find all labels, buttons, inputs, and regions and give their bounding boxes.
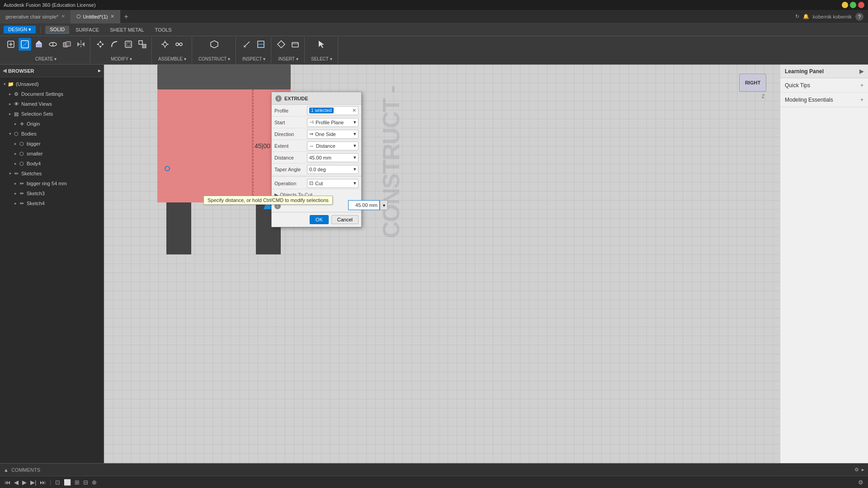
assemble-group-button[interactable]: ASSEMBLE ▾ <box>156 56 189 62</box>
operation-dropdown[interactable]: ⊡ Cut ▾ <box>307 179 359 188</box>
quick-tips-expand-icon[interactable]: + <box>860 82 863 89</box>
play-icon[interactable]: ▶ <box>22 479 27 486</box>
direction-dropdown[interactable]: ⇒ One Side ▾ <box>307 130 359 139</box>
right-panel-collapse[interactable]: ▶ <box>859 68 863 75</box>
prev-icon[interactable]: ◀ <box>14 479 19 486</box>
tree-item-0[interactable]: ▾ 📁 (Unsaved) <box>0 79 104 89</box>
grid-icon[interactable]: ⊞ <box>75 479 80 486</box>
notification-icon[interactable]: 🔔 <box>803 14 809 19</box>
modify-group-button[interactable]: MODIFY ▾ <box>108 56 134 62</box>
distance-input[interactable] <box>348 200 380 210</box>
measure-icon[interactable] <box>241 38 253 51</box>
tree-item-7[interactable]: ▸ ⬡ smaller <box>0 149 104 159</box>
tree-arrow-7[interactable]: ▸ <box>13 151 18 156</box>
move-icon[interactable] <box>94 38 107 51</box>
inspect-group-button[interactable]: INSPECT ▾ <box>240 56 268 62</box>
tree-item-11[interactable]: ▸ ✏ Sketch3 <box>0 188 104 198</box>
profile-value[interactable]: 1 selected ✕ <box>307 106 359 115</box>
browser-collapse[interactable]: ▸ <box>98 68 101 74</box>
design-button[interactable]: DESIGN ▾ <box>4 26 36 33</box>
project-tab-close[interactable]: ✕ <box>110 14 114 19</box>
tree-arrow-1[interactable]: ▸ <box>7 92 13 96</box>
create-sketch-icon[interactable] <box>19 38 31 51</box>
skip-start-icon[interactable]: ⏮ <box>5 479 10 486</box>
start-dropdown[interactable]: ⊣ Profile Plane ▾ <box>307 118 359 127</box>
settings-icon[interactable]: ⚙ <box>858 479 863 486</box>
tab-tools[interactable]: TOOLS <box>151 26 176 33</box>
as-built-joint-icon[interactable] <box>173 38 185 51</box>
file-tab-close[interactable]: ✕ <box>61 14 65 19</box>
distance-arrow-button[interactable]: ▾ <box>380 200 388 210</box>
tree-arrow-6[interactable]: ▸ <box>13 141 18 146</box>
mesh-icon[interactable]: ⊟ <box>83 479 88 486</box>
tree-arrow-3[interactable]: ▸ <box>7 112 13 116</box>
help-icon[interactable]: ? <box>855 13 863 21</box>
tree-item-9[interactable]: ▾ ✏ Sketches <box>0 169 104 178</box>
viewcube[interactable]: RIGHT Z <box>730 74 766 101</box>
tree-arrow-9[interactable]: ▾ <box>7 171 13 176</box>
distance-field[interactable]: 45.00 mm ▾ <box>307 153 359 162</box>
close-button[interactable] <box>858 2 864 8</box>
revolve-icon[interactable] <box>47 38 59 51</box>
new-component-icon[interactable] <box>5 38 17 51</box>
tree-arrow-12[interactable]: ▸ <box>13 201 18 206</box>
tree-arrow-11[interactable]: ▸ <box>13 191 18 196</box>
modeling-essentials-expand-icon[interactable]: + <box>860 97 863 103</box>
tree-item-12[interactable]: ▸ ✏ Sketch4 <box>0 198 104 208</box>
tree-arrow-0[interactable]: ▾ <box>2 82 7 86</box>
project-tab[interactable]: ⬡ Untitled*(1) ✕ <box>71 10 120 23</box>
tree-item-2[interactable]: ▸ 👁 Named Views <box>0 99 104 109</box>
modeling-essentials-item[interactable]: Modeling Essentials + <box>780 93 868 107</box>
tree-item-3[interactable]: ▸ ▤ Selection Sets <box>0 109 104 119</box>
cancel-button[interactable]: Cancel <box>331 215 359 224</box>
scale-icon[interactable] <box>136 38 149 51</box>
tree-arrow-2[interactable]: ▸ <box>7 102 13 106</box>
extent-dropdown[interactable]: ↔ Distance ▾ <box>307 141 359 150</box>
tab-sheet-metal[interactable]: SHEET METAL <box>105 26 148 33</box>
combine-icon[interactable] <box>61 38 73 51</box>
browser-toggle[interactable]: ◀ <box>3 68 6 74</box>
ok-button[interactable]: OK <box>310 215 329 224</box>
viewcube-face[interactable]: RIGHT <box>739 74 766 92</box>
comments-collapse-icon[interactable]: ▸ <box>862 467 864 473</box>
tree-item-1[interactable]: ▸ ⚙ Document Settings <box>0 89 104 99</box>
select-icon[interactable] <box>315 38 328 51</box>
frame-icon[interactable]: ⊡ <box>55 479 60 486</box>
insert-mesh-icon[interactable] <box>275 38 288 51</box>
comments-settings-icon[interactable]: ⚙ <box>854 467 859 473</box>
tab-solid[interactable]: SOLID <box>45 26 69 34</box>
sync-icon[interactable]: ↻ <box>795 14 799 19</box>
distance-input-overlay[interactable]: ▾ <box>348 200 388 210</box>
extrude-info-icon[interactable]: i <box>275 95 282 102</box>
add-tab-button[interactable]: + <box>120 10 132 23</box>
offset-plane-icon[interactable] <box>208 38 221 51</box>
insert-group-button[interactable]: INSERT ▾ <box>275 56 301 62</box>
box-icon[interactable]: ⬜ <box>64 479 71 486</box>
decal-icon[interactable] <box>289 38 302 51</box>
next-icon[interactable]: ▶| <box>30 479 36 486</box>
joint-icon[interactable] <box>159 38 171 51</box>
quick-tips-item[interactable]: Quick Tips + <box>780 78 868 93</box>
add-icon[interactable]: ⊕ <box>92 479 97 486</box>
extrude-icon[interactable] <box>33 38 45 51</box>
shell-icon[interactable] <box>122 38 135 51</box>
tree-item-4[interactable]: ▸ ✛ Origin <box>0 119 104 129</box>
tree-item-6[interactable]: ▸ ⬡ bigger <box>0 139 104 149</box>
profile-clear-icon[interactable]: ✕ <box>352 108 356 113</box>
construct-group-button[interactable]: CONSTRUCT ▾ <box>196 56 233 62</box>
taper-field[interactable]: 0.0 deg ▾ <box>307 165 359 174</box>
tree-item-5[interactable]: ▾ ⬡ Bodies <box>0 129 104 139</box>
tab-surface[interactable]: SURFACE <box>71 26 104 33</box>
file-tab[interactable]: generative chair simple* ✕ <box>0 10 71 23</box>
tree-arrow-4[interactable]: ▸ <box>13 122 18 126</box>
maximize-button[interactable] <box>850 2 856 8</box>
fillet-icon[interactable] <box>108 38 121 51</box>
tree-arrow-8[interactable]: ▸ <box>13 161 18 166</box>
tree-item-8[interactable]: ▸ ⬡ Body4 <box>0 159 104 169</box>
comments-toggle[interactable]: ▲ <box>4 467 9 473</box>
minimize-button[interactable] <box>842 2 848 8</box>
mirror-icon[interactable] <box>75 38 87 51</box>
tree-arrow-5[interactable]: ▾ <box>7 131 13 136</box>
tree-arrow-10[interactable]: ▸ <box>13 181 18 186</box>
skip-end-icon[interactable]: ⏭ <box>40 479 46 486</box>
